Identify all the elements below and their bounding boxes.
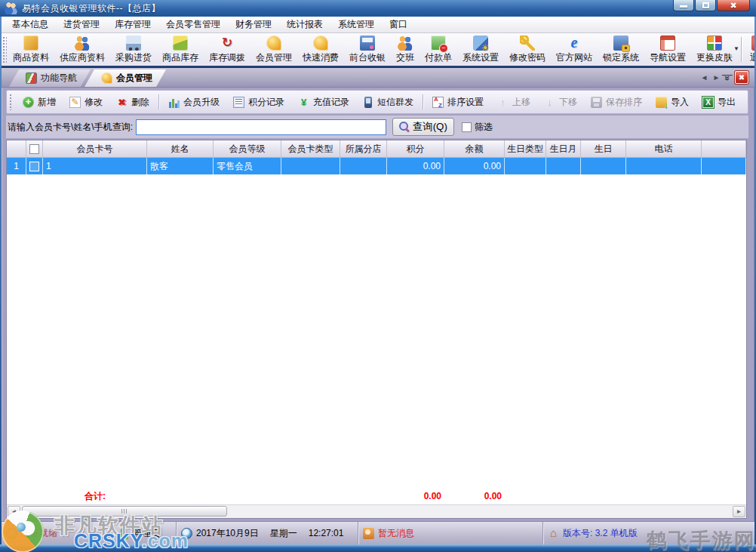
table-cell [281, 158, 340, 174]
select-all-checkbox[interactable] [29, 144, 39, 154]
chevron-down-icon[interactable]: ▼ [733, 45, 739, 52]
table-cell: 1 [7, 158, 26, 174]
column-header-生日类型[interactable]: 生日类型 [505, 140, 546, 157]
button-label: 排序设置 [447, 96, 484, 109]
column-header-会员卡号[interactable]: 会员卡号 [43, 140, 147, 157]
column-header[interactable] [26, 140, 43, 157]
menu-item-系统管理[interactable]: 系统管理 [330, 16, 382, 33]
user-icon [118, 528, 129, 539]
recharge-log-button[interactable]: 充值记录 [291, 93, 356, 112]
button-label: 积分记录 [248, 96, 284, 109]
column-header[interactable] [7, 140, 26, 157]
status-section-datetime: 2017年10月9日星期一12:27:01 [177, 522, 358, 544]
toolbar-button-nav-settings[interactable]: 导航设置 [644, 33, 691, 66]
maximize-button[interactable] [695, 0, 716, 11]
move-down-icon [544, 97, 555, 108]
edit-button[interactable]: 修改 [63, 93, 109, 112]
search-input[interactable] [136, 119, 386, 135]
title-bar[interactable]: 易特会员收银管理软件--【总店】 ✖ [0, 0, 756, 17]
row-checkbox[interactable] [29, 162, 39, 171]
scrollbar-thumb[interactable] [22, 506, 227, 517]
filter-checkbox[interactable] [462, 122, 472, 132]
column-header-电话[interactable]: 电话 [626, 140, 702, 157]
column-header-积分[interactable]: 积分 [387, 140, 444, 157]
toolbar-button-supplier[interactable]: 供应商资料 [54, 33, 110, 66]
subtoolbar-separator [423, 94, 423, 109]
scroll-right-arrow-icon[interactable]: ► [733, 506, 745, 517]
sort-settings-button[interactable]: 排序设置 [426, 93, 490, 112]
close-button[interactable]: 关闭 [742, 93, 748, 112]
tab-menu-chevron-icon[interactable]: » [722, 75, 733, 81]
minimize-button[interactable] [673, 0, 694, 11]
button-label: 短信群发 [377, 96, 413, 109]
table-cell: 1 [43, 158, 147, 174]
upgrade-button[interactable]: 会员升级 [161, 93, 226, 112]
scroll-left-arrow-icon[interactable]: ◄ [8, 506, 20, 517]
column-header[interactable] [702, 140, 746, 157]
column-header-余额[interactable]: 余额 [444, 140, 505, 157]
delete-button[interactable]: 删除 [109, 93, 156, 112]
toolbar-button-label: 库存调拨 [209, 51, 245, 64]
menu-item-窗口[interactable]: 窗口 [382, 16, 415, 33]
window-bottom-edge [0, 544, 756, 552]
button-label: 导入 [671, 96, 689, 109]
points-log-button[interactable]: 积分记录 [226, 93, 291, 112]
toolbar-button-stock[interactable]: 商品库存 [157, 33, 204, 66]
menu-item-进货管理[interactable]: 进货管理 [56, 16, 107, 33]
filter-option: 筛选 [462, 121, 493, 134]
export-button[interactable]: 导出 [696, 93, 742, 112]
tab-scroll-left-icon[interactable]: ◄ [701, 72, 708, 83]
status-text: 暂无消息 [378, 527, 414, 540]
table-header-row: 会员卡号姓名会员等级会员卡类型所属分店积分余额生日类型生日月生日电话 [7, 140, 746, 158]
table-cell [702, 158, 746, 174]
tab-members[interactable]: 会员管理 [85, 69, 166, 87]
toolbar-button-purchase[interactable]: 采购进货 [110, 33, 157, 66]
menu-item-会员零售管理[interactable]: 会员零售管理 [158, 16, 228, 33]
close-button[interactable]: ✖ [717, 0, 750, 11]
column-header-生日月[interactable]: 生日月 [546, 140, 581, 157]
toolbar-button-shift[interactable]: 交班 [391, 33, 419, 66]
column-header-label: 生日月 [550, 143, 577, 156]
toolbar-button-label: 快速消费 [303, 51, 339, 64]
table-row[interactable]: 11散客零售会员0.000.00 [7, 158, 746, 174]
column-header-姓名[interactable]: 姓名 [147, 140, 214, 157]
toolbar-button-skin[interactable]: 更换皮肤▼ [691, 33, 738, 66]
add-button[interactable]: 新增 [16, 93, 63, 112]
import-button[interactable]: 导入 [649, 93, 696, 112]
menu-item-库存管理[interactable]: 库存管理 [107, 16, 158, 33]
toolbar-button-exit[interactable]: 退出 [745, 33, 754, 66]
edit-icon [69, 97, 81, 108]
column-header-label: 会员卡类型 [288, 143, 333, 156]
toolbar-button-payment[interactable]: 付款单 [419, 33, 457, 66]
toolbar-button-members[interactable]: 会员管理 [250, 33, 297, 66]
toolbar-button-transfer[interactable]: 库存调拨 [204, 33, 250, 66]
column-header-所属分店[interactable]: 所属分店 [340, 140, 387, 157]
toolbar-button-goods[interactable]: 商品资料 [8, 33, 54, 66]
toolbar-button-website[interactable]: 官方网站 [551, 33, 598, 66]
toolbar-button-settings[interactable]: 系统设置 [457, 33, 504, 66]
tab-close-button[interactable]: ✖ [735, 71, 748, 84]
tab-scroll-right-icon[interactable]: ► [712, 72, 720, 83]
table-body: 11散客零售会员0.000.00 [7, 158, 746, 488]
shift-icon [398, 35, 413, 51]
menu-item-基本信息[interactable]: 基本信息 [5, 16, 56, 33]
toolbar-button-password[interactable]: 修改密码 [504, 33, 551, 66]
menu-item-财务管理[interactable]: 财务管理 [228, 16, 279, 33]
column-header-label: 会员等级 [229, 143, 266, 156]
status-section-message[interactable]: 暂无消息 [358, 522, 543, 544]
toolbar-button-quick-sale[interactable]: 快速消费 [297, 33, 344, 66]
sms-button[interactable]: 短信群发 [356, 93, 420, 112]
toolbar-button-cashier[interactable]: 前台收银 [344, 33, 391, 66]
status-text: 管理员 [133, 527, 160, 540]
tab-nav[interactable]: 功能导航 [9, 69, 91, 87]
button-label: 导出 [718, 96, 736, 109]
query-button[interactable]: 查询(Q) [392, 118, 454, 136]
cashier-icon [360, 35, 375, 51]
column-header-会员等级[interactable]: 会员等级 [214, 140, 281, 157]
horizontal-scrollbar[interactable]: ◄ ► [7, 504, 746, 518]
tab-controls: ◄ ► » ✖ [701, 71, 755, 87]
column-header-会员卡类型[interactable]: 会员卡类型 [281, 140, 340, 157]
menu-item-统计报表[interactable]: 统计报表 [279, 16, 330, 33]
toolbar-button-lock[interactable]: 锁定系统 [598, 33, 644, 66]
column-header-生日[interactable]: 生日 [581, 140, 626, 157]
